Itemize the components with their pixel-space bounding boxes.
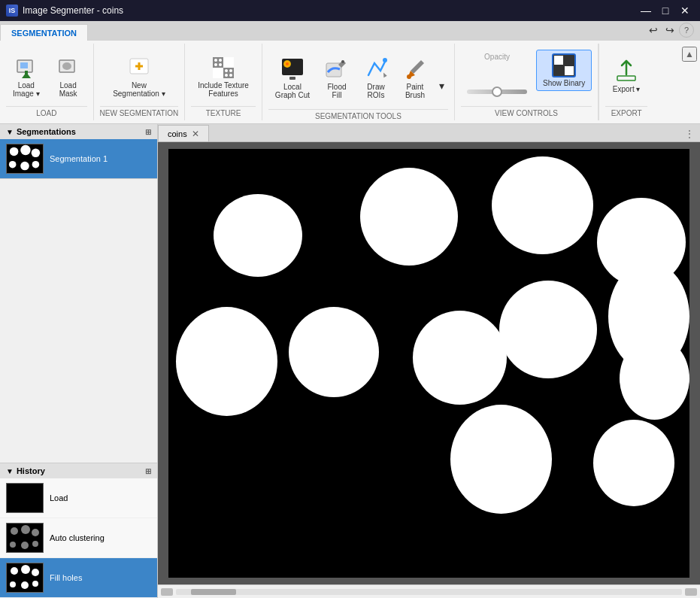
svg-point-15 [219,59,222,62]
undo-button[interactable]: ↩ [646,23,661,38]
image-tab-close[interactable]: ✕ [192,129,199,139]
ribbon-group-load: LoadImage ▾ LoadMask LOAD [0,44,94,120]
close-button[interactable]: ✕ [676,3,694,18]
svg-point-48 [11,527,18,535]
seg-tools-items: LocalGraph Cut [268,47,448,109]
image-area: coins ✕ ⋮ [158,124,700,598]
redo-button[interactable]: ↪ [662,23,677,38]
load-mask-label: LoadMask [59,81,77,98]
image-canvas-area [158,142,700,584]
svg-point-30 [407,74,411,79]
svg-point-58 [10,581,16,587]
segmentations-header[interactable]: ▼ Segmentations ⊞ [0,124,157,139]
svg-point-56 [21,565,30,574]
svg-point-18 [225,69,228,72]
help-button[interactable]: ? [679,23,694,38]
ribbon-group-view-controls: Opacity [455,44,598,120]
draw-rois-button[interactable]: DrawROIs [357,53,395,103]
svg-point-55 [11,567,18,575]
segmentation-item-label: Segmentation 1 [50,154,108,163]
tab-segmentation[interactable]: SEGMENTATION [0,24,88,41]
opacity-slider-track [467,90,527,94]
load-group-label: LOAD [6,106,87,117]
seg-tools-dropdown-icon: ▾ [439,80,444,92]
flood-fill-button[interactable]: FloodFill [318,53,356,103]
svg-point-57 [32,569,39,576]
image-tab-label: coins [168,129,187,138]
load-mask-icon [56,56,80,80]
seg-tools-group-label: SEGMENTATION TOOLS [268,109,448,120]
load-image-icon [14,56,38,80]
coin-10 [450,405,552,514]
opacity-label: Opacity [484,53,510,61]
texture-icon [211,56,235,80]
history-collapse[interactable]: ⊞ [145,467,151,475]
history-title: History [17,466,45,475]
svg-rect-1 [20,62,28,68]
export-button[interactable]: Export ▾ [605,56,647,97]
image-tab-bar: coins ✕ ⋮ [158,124,700,142]
load-mask-button[interactable]: LoadMask [50,52,87,102]
binary-image [168,149,689,578]
svg-point-53 [32,541,38,547]
ribbon-group-export: Export ▾ EXPORT [598,44,653,120]
svg-rect-10 [213,57,223,68]
show-binary-button[interactable]: Show Binary [536,50,592,91]
svg-point-43 [9,161,17,168]
svg-point-17 [219,63,222,66]
svg-point-29 [383,58,387,62]
undo-redo-area: ↩ ↪ ? [643,20,697,41]
opacity-slider-thumb[interactable] [492,87,502,97]
history-label-auto-clustering: Auto clustering [50,533,105,542]
ribbon-collapse-button[interactable]: ▲ [682,47,697,62]
history-label-load: Load [50,493,68,502]
view-controls-items: Opacity [461,47,592,106]
ribbon-tab-bar: SEGMENTATION ↩ ↪ ? [0,21,700,41]
export-label: Export ▾ [613,85,641,93]
minimize-button[interactable]: — [637,3,655,18]
segmentations-section: ▼ Segmentations ⊞ [0,124,157,179]
app-icon: IS [6,5,18,17]
sidebar: ▼ Segmentations ⊞ [0,124,158,598]
coin-12 [620,337,689,420]
scroll-left[interactable] [161,588,173,596]
local-graph-cut-label: LocalGraph Cut [275,83,310,99]
svg-rect-46 [7,484,44,513]
local-graph-cut-button[interactable]: LocalGraph Cut [268,53,317,103]
segmentation-item-1[interactable]: Segmentation 1 [0,139,157,178]
scroll-thumb[interactable] [191,589,236,595]
svg-point-42 [32,149,41,158]
svg-point-52 [21,542,29,549]
history-item-load[interactable]: Load [0,478,157,518]
ribbon-content: LoadImage ▾ LoadMask LOAD [0,41,700,123]
load-image-button[interactable]: LoadImage ▾ [6,52,47,102]
maximize-button[interactable]: □ [656,3,674,18]
scroll-track[interactable] [176,589,682,595]
image-area-menu[interactable]: ⋮ [682,126,697,141]
segmentations-collapse[interactable]: ⊞ [145,128,151,136]
sidebar-spacer [0,179,157,463]
title-bar-controls: — □ ✕ [637,3,694,18]
svg-rect-33 [565,56,574,65]
svg-point-49 [21,525,30,534]
svg-point-19 [229,69,232,72]
coin-11 [593,420,674,506]
export-items: Export ▾ [605,47,647,106]
svg-point-50 [32,529,39,536]
paint-brush-button[interactable]: PaintBrush [396,53,434,103]
history-item-auto-clustering[interactable]: Auto clustering [0,518,157,558]
scroll-right[interactable] [685,588,697,596]
svg-rect-11 [223,57,234,68]
show-binary-label: Show Binary [543,79,585,87]
svg-rect-3 [25,71,28,75]
history-header[interactable]: ▼ History ⊞ [0,463,157,478]
history-item-fill-holes[interactable]: Fill holes [0,558,157,598]
paint-brush-icon [403,57,427,81]
seg-tools-dropdown[interactable]: ▾ [435,64,448,93]
svg-point-51 [10,542,16,548]
view-controls-group-label: VIEW CONTROLS [461,106,592,117]
new-segmentation-button[interactable]: NewSegmentation ▾ [106,52,172,102]
svg-point-40 [10,147,19,156]
include-texture-button[interactable]: Include TextureFeatures [191,52,256,102]
image-tab-coins[interactable]: coins ✕ [158,125,209,141]
